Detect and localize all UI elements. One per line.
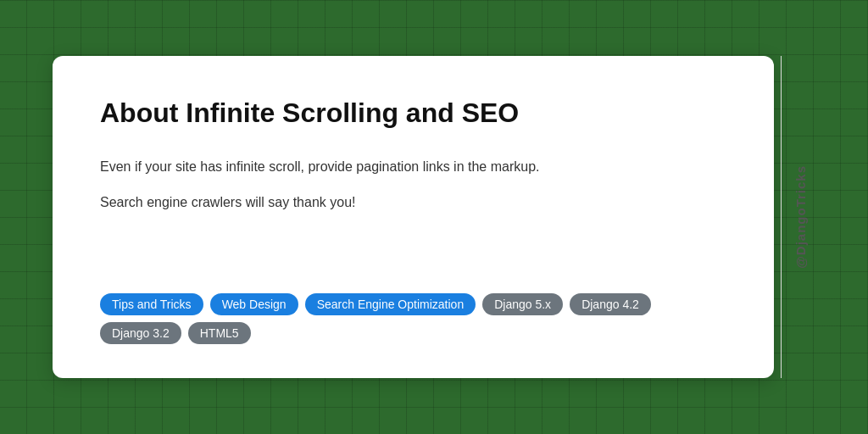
- tag-4[interactable]: Django 4.2: [570, 293, 651, 315]
- twitter-handle: @DjangoTricks: [793, 165, 808, 269]
- main-card: About Infinite Scrolling and SEO Even if…: [53, 56, 774, 378]
- tag-2[interactable]: Search Engine Optimization: [305, 293, 476, 315]
- card-paragraph-2: Search engine crawlers will say thank yo…: [100, 192, 726, 214]
- tag-5[interactable]: Django 3.2: [100, 322, 181, 344]
- card-wrapper: About Infinite Scrolling and SEO Even if…: [53, 56, 815, 378]
- tag-6[interactable]: HTML5: [188, 322, 251, 344]
- tags-section: Tips and TricksWeb DesignSearch Engine O…: [100, 293, 726, 344]
- tag-1[interactable]: Web Design: [210, 293, 298, 315]
- tag-3[interactable]: Django 5.x: [482, 293, 563, 315]
- card-content: About Infinite Scrolling and SEO Even if…: [100, 97, 726, 259]
- tag-0[interactable]: Tips and Tricks: [100, 293, 203, 315]
- side-label: @DjangoTricks: [785, 56, 815, 378]
- card-paragraph-1: Even if your site has infinite scroll, p…: [100, 156, 726, 178]
- vertical-divider: [781, 56, 782, 378]
- card-title: About Infinite Scrolling and SEO: [100, 97, 726, 129]
